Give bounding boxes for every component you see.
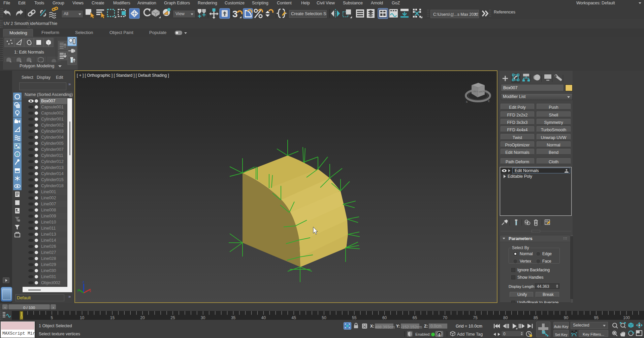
svg-text:25: 25 bbox=[170, 315, 175, 320]
svg-text:60: 60 bbox=[382, 315, 387, 320]
svg-text:y: y bbox=[77, 288, 79, 292]
svg-text:90: 90 bbox=[564, 315, 569, 320]
svg-text:30: 30 bbox=[201, 315, 205, 320]
svg-text:45: 45 bbox=[292, 315, 296, 320]
svg-text:z: z bbox=[83, 280, 85, 284]
svg-text:S: S bbox=[466, 100, 468, 103]
svg-text:E: E bbox=[488, 100, 490, 103]
svg-text:x: x bbox=[89, 289, 91, 293]
svg-text:70: 70 bbox=[443, 315, 448, 320]
svg-text:40: 40 bbox=[261, 315, 266, 320]
svg-text:15: 15 bbox=[110, 315, 115, 320]
svg-text:20: 20 bbox=[140, 315, 145, 320]
svg-text:65: 65 bbox=[413, 315, 417, 320]
svg-text:85: 85 bbox=[534, 315, 538, 320]
svg-text:10: 10 bbox=[80, 315, 85, 320]
svg-text:80: 80 bbox=[503, 315, 508, 320]
svg-text:50: 50 bbox=[322, 315, 326, 320]
svg-text:100: 100 bbox=[623, 315, 630, 320]
svg-text:5: 5 bbox=[51, 315, 53, 320]
svg-text:3: 3 bbox=[232, 9, 238, 19]
svg-text:95: 95 bbox=[594, 315, 599, 320]
svg-text:55: 55 bbox=[352, 315, 357, 320]
svg-text:75: 75 bbox=[473, 315, 478, 320]
svg-text:35: 35 bbox=[231, 315, 236, 320]
